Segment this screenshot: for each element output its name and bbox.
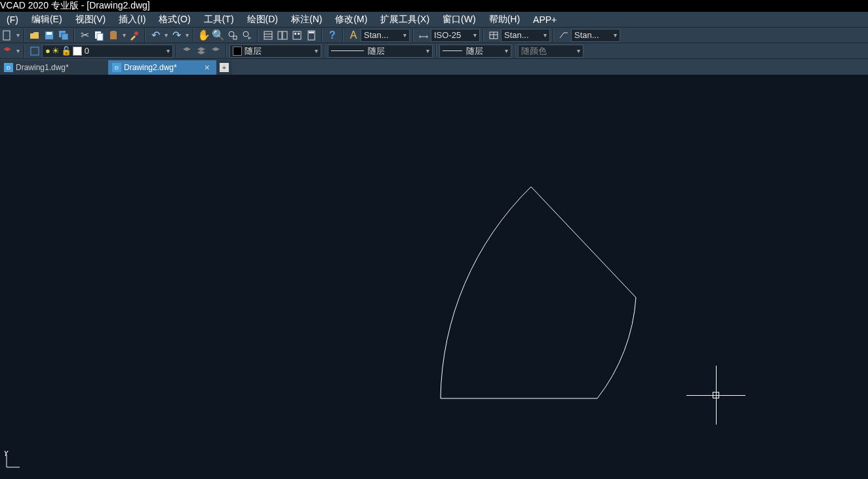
undo-icon[interactable]: ↶ [149,29,162,42]
separator [73,29,75,42]
dimstyle-icon[interactable] [417,29,430,42]
menu-draw[interactable]: 绘图(D) [241,14,285,26]
layer-name: 0 [85,46,89,56]
undo-dropdown-arrow[interactable]: ▾ [163,29,169,41]
svg-rect-11 [233,36,237,39]
linetype-value: 随层 [245,45,262,57]
svg-text:Y: Y [3,451,9,458]
lock-icon: 🔓 [61,46,71,56]
toolpalette-icon[interactable] [290,29,304,42]
svg-rect-17 [283,31,287,39]
svg-rect-16 [278,31,282,39]
color-value: 随颜色 [521,45,547,57]
paste-icon[interactable] [107,29,120,42]
menu-app[interactable]: APP+ [526,14,563,25]
matchprop-icon[interactable] [128,29,141,42]
menu-view[interactable]: 视图(V) [69,14,113,26]
menu-tools[interactable]: 工具(T) [197,14,241,26]
chevron-down-icon: ▾ [505,47,508,54]
layer-dropdown-arrow[interactable]: ▾ [14,45,21,57]
layer-walk-icon[interactable] [209,45,222,58]
menu-edit[interactable]: 编辑(E) [25,14,69,26]
layer-color-swatch [73,47,82,56]
ucs-icon: Y [3,451,23,472]
tablestyle-icon[interactable] [487,29,500,42]
file-tab-bar: D Drawing1.dwg* D Drawing2.dwg* × + [0,59,868,75]
svg-rect-22 [309,31,314,33]
new-tab-button[interactable]: + [216,60,232,75]
menu-extension[interactable]: 扩展工具(X) [374,14,436,26]
toolbar-layers: ▾ ● ☀ 🔓 0 ▾ 随层 ▾ 随层 ▾ 随层 ▾ 随颜色 ▾ [0,43,868,59]
zoom-realtime-icon[interactable]: 🔍 [212,29,225,42]
mleaderstyle-dropdown[interactable]: Stan... ▾ [571,29,620,42]
save-icon[interactable] [43,29,56,42]
textstyle-icon[interactable]: A [347,29,360,42]
linetype-dropdown[interactable]: 随层 ▾ [229,45,321,58]
redo-icon[interactable]: ↷ [170,29,183,42]
separator [226,45,227,58]
file-tab-drawing1[interactable]: D Drawing1.dwg* [0,60,108,75]
plotstyle-dropdown[interactable]: 随层 ▾ [439,45,511,58]
new-dropdown-arrow[interactable]: ▾ [14,29,21,41]
layer-current-dropdown[interactable]: ● ☀ 🔓 0 ▾ [42,45,173,58]
menu-modify[interactable]: 修改(M) [328,14,374,26]
dimstyle-value: ISO-25 [434,30,461,40]
chevron-down-icon: ▾ [403,31,406,39]
separator [257,29,258,42]
cut-icon[interactable]: ✂ [78,29,91,42]
help-icon[interactable]: ? [326,29,339,42]
layer-manager-icon[interactable] [1,45,14,58]
separator [321,29,323,42]
menu-window[interactable]: 窗口(W) [436,14,483,26]
saveall-icon[interactable] [57,29,70,42]
menu-insert[interactable]: 插入(I) [112,14,152,26]
designcenter-icon[interactable] [276,29,289,42]
new-icon[interactable] [1,29,14,42]
layer-prev-icon[interactable] [180,45,193,58]
menu-file[interactable]: (F) [0,14,25,25]
zoom-prev-icon[interactable] [241,29,254,42]
separator [193,29,194,42]
textstyle-dropdown[interactable]: Stan... ▾ [361,29,410,42]
pan-icon[interactable]: ✋ [197,29,210,42]
layer-iso-icon[interactable] [195,45,208,58]
layer-state-icon[interactable] [28,45,41,58]
mleaderstyle-icon[interactable] [557,29,570,42]
title-bar: VCAD 2020 专业版 - [Drawing2.dwg] [0,0,868,12]
svg-rect-20 [298,33,300,35]
lightbulb-icon: ● [45,46,50,56]
color-dropdown[interactable]: 随颜色 ▾ [518,45,583,58]
tablestyle-value: Stan... [504,30,529,40]
properties-icon[interactable] [262,29,275,42]
svg-rect-8 [111,31,115,33]
svg-rect-26 [31,47,39,55]
separator [435,45,437,58]
lineweight-dropdown[interactable]: 随层 ▾ [328,45,433,58]
calculator-icon[interactable] [305,29,318,42]
svg-rect-6 [97,33,103,41]
svg-point-9 [134,31,138,35]
menu-format[interactable]: 格式(O) [152,14,197,26]
copy-icon[interactable] [92,29,106,42]
color-swatch [233,47,242,56]
menu-dimension[interactable]: 标注(N) [285,14,328,26]
dimstyle-dropdown[interactable]: ISO-25 ▾ [431,29,480,42]
zoom-win-icon[interactable] [226,29,239,42]
drawing-canvas[interactable]: Y [0,87,868,479]
separator [514,45,515,58]
plus-icon: + [220,63,229,72]
svg-point-12 [243,31,248,37]
drawing-content [0,87,868,479]
menu-bar: (F) 编辑(E) 视图(V) 插入(I) 格式(O) 工具(T) 绘图(D) … [0,12,868,28]
separator [553,29,554,42]
menu-help[interactable]: 帮助(H) [483,14,526,26]
line-sample [331,50,364,51]
separator [342,29,344,42]
paste-dropdown-arrow[interactable]: ▾ [121,29,127,41]
tablestyle-dropdown[interactable]: Stan... ▾ [501,29,550,42]
close-icon[interactable]: × [202,62,212,73]
file-tab-drawing2[interactable]: D Drawing2.dwg* × [108,60,216,75]
redo-dropdown-arrow[interactable]: ▾ [184,29,190,41]
open-icon[interactable] [28,29,41,42]
chevron-down-icon: ▾ [315,47,318,54]
